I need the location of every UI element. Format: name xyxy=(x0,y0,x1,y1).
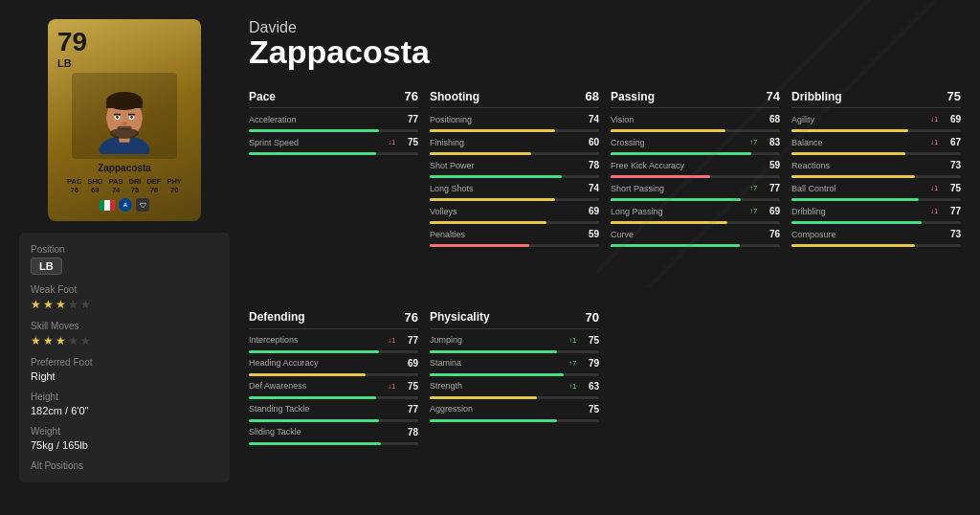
stat-category-name-0: Pace xyxy=(249,90,276,103)
stat-item-1-0: Positioning74 xyxy=(430,114,599,134)
weight-value: 75kg / 165lb xyxy=(31,439,218,451)
stat-arrow: ↓1 xyxy=(388,138,397,146)
stat-name: Interceptions xyxy=(249,335,384,345)
stat-bar-container xyxy=(430,373,599,376)
stat-value: 69 xyxy=(401,358,418,369)
stat-item-2-0: Vision68 xyxy=(611,114,780,134)
info-weight: Weight 75kg / 165lb xyxy=(31,426,218,451)
stat-category-total-3: 75 xyxy=(947,89,961,103)
stat-arrow: ↓1 xyxy=(930,115,940,123)
card-stat-def-label: DEF xyxy=(146,177,161,186)
stat-value: 59 xyxy=(763,160,780,170)
stat-bar-container xyxy=(430,419,599,422)
stat-name: Free Kick Accuracy xyxy=(611,161,759,170)
stat-value: 75 xyxy=(582,404,599,414)
stats-grid: Pace76Acceleration77Sprint Speed↓175Shoo… xyxy=(249,89,961,496)
stat-row: Long Shots74 xyxy=(430,183,599,193)
stat-row: Stamina↑779 xyxy=(430,358,599,369)
card-stat-pac-label: PAC xyxy=(67,177,81,186)
card-stat-sho-label: SHO xyxy=(87,177,102,186)
stat-name: Sprint Speed xyxy=(249,138,384,147)
stat-name: Long Passing xyxy=(611,207,746,216)
stat-value: 73 xyxy=(944,160,961,170)
info-height: Height 182cm / 6'0" xyxy=(31,392,218,416)
card-stat-phy: PHY 70 xyxy=(167,177,181,194)
stat-bar xyxy=(430,244,529,247)
stat-item-5-2: Strength↑163 xyxy=(430,381,599,401)
stat-category-header-0: Pace76 xyxy=(249,89,418,108)
main-container: 79 LB xyxy=(0,0,980,515)
stat-bar-container xyxy=(430,396,599,399)
stat-name: Acceleration xyxy=(249,115,397,124)
card-stat-sho: SHO 68 xyxy=(87,177,102,194)
card-flags: A 🛡 xyxy=(57,198,191,212)
stat-bar xyxy=(249,152,376,155)
alt-positions-label: Alt Positions xyxy=(31,460,218,471)
stat-name: Vision xyxy=(611,115,759,124)
stat-row: Curve76 xyxy=(611,229,780,239)
stat-category-name-4: Defending xyxy=(249,310,305,324)
stat-item-4-0: Interceptions↓177 xyxy=(249,335,418,355)
stat-item-1-3: Long Shots74 xyxy=(430,183,599,203)
stat-category-header-2: Passing74 xyxy=(611,89,780,108)
stat-value: 78 xyxy=(401,427,418,437)
stat-name: Volleys xyxy=(430,207,578,216)
stat-category-total-5: 70 xyxy=(586,310,599,325)
right-panel: Davide Zappacosta Pace76Acceleration77Sp… xyxy=(249,19,961,496)
stat-bar-container xyxy=(430,350,599,353)
stat-bar-container xyxy=(611,175,780,178)
svg-point-10 xyxy=(122,122,127,125)
weak-foot-stars: ★ ★ ★ ★ ★ xyxy=(31,298,218,311)
stat-item-3-0: Agility↓169 xyxy=(791,114,961,134)
stat-row: Long Passing↑769 xyxy=(611,206,780,216)
stat-name: Positioning xyxy=(430,115,578,124)
card-stat-pac: PAC 76 xyxy=(67,177,81,194)
stat-item-5-0: Jumping↑175 xyxy=(430,335,599,355)
stat-category-total-1: 68 xyxy=(586,89,599,103)
stat-bar-container xyxy=(611,221,780,224)
card-stat-phy-value: 70 xyxy=(170,186,178,194)
stat-item-5-3: Aggression75 xyxy=(430,404,599,424)
stat-arrow: ↓1 xyxy=(930,184,940,192)
stat-bar xyxy=(791,198,919,201)
player-card: 79 LB xyxy=(48,19,201,221)
stat-row: Positioning74 xyxy=(430,114,599,124)
stat-arrow: ↑1 xyxy=(568,382,578,391)
stat-bar-container xyxy=(611,198,780,201)
card-stat-pas: PAS 74 xyxy=(109,177,123,194)
stat-category-name-1: Shooting xyxy=(430,90,479,103)
stat-row: Sliding Tackle78 xyxy=(249,427,418,437)
star-2: ★ xyxy=(43,298,54,311)
stat-value: 73 xyxy=(944,229,961,239)
stat-bar-container xyxy=(430,175,599,178)
stat-bar xyxy=(249,396,376,399)
stat-bar xyxy=(249,350,379,353)
stat-bar xyxy=(249,129,379,132)
stat-value: 60 xyxy=(582,137,599,147)
stat-value: 63 xyxy=(582,381,599,392)
stat-bar xyxy=(430,373,564,376)
stat-item-3-3: Ball Control↓175 xyxy=(791,183,961,203)
stat-row: Heading Accuracy69 xyxy=(249,358,418,369)
stat-row: Free Kick Accuracy59 xyxy=(611,160,780,170)
info-preferred-foot: Preferred Foot Right xyxy=(31,357,218,382)
stat-arrow: ↑7 xyxy=(749,184,759,192)
stat-item-2-1: Crossing↑783 xyxy=(611,137,780,157)
card-stat-pas-label: PAS xyxy=(109,177,123,186)
stat-value: 69 xyxy=(582,206,599,216)
stat-row: Dribbling↓177 xyxy=(791,206,961,216)
left-panel: 79 LB xyxy=(19,19,230,496)
stat-row: Short Passing↑777 xyxy=(611,183,780,193)
stat-item-2-5: Curve76 xyxy=(611,229,780,249)
stat-bar xyxy=(249,442,381,445)
stat-name: Balance xyxy=(791,138,926,147)
stat-name: Standing Tackle xyxy=(249,404,397,414)
card-stat-def-value: 76 xyxy=(150,186,158,194)
card-stat-sho-value: 68 xyxy=(91,186,99,194)
stat-item-4-1: Heading Accuracy69 xyxy=(249,358,418,378)
stat-row: Volleys69 xyxy=(430,206,599,216)
stat-row: Interceptions↓177 xyxy=(249,335,418,346)
stat-bar xyxy=(430,175,562,178)
stat-value: 83 xyxy=(763,137,780,147)
stat-bar-container xyxy=(791,198,961,201)
